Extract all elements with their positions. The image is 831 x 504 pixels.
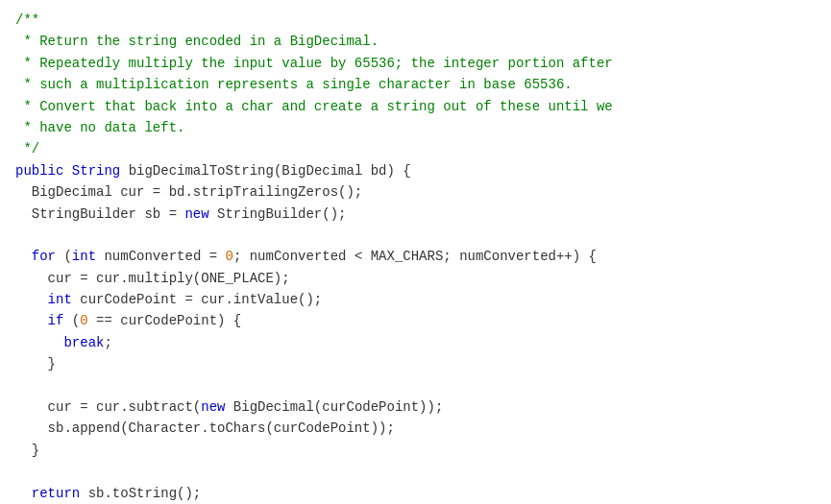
code-line: cur = cur.subtract(new BigDecimal(curCod… [15,396,816,418]
code-line: * have no data left. [15,117,816,138]
code-line: sb.append(Character.toChars(curCodePoint… [15,418,816,439]
code-line: */ [15,138,816,159]
code-line: int curCodePoint = cur.intValue(); [15,289,816,310]
code-line: StringBuilder sb = new StringBuilder(); [15,204,816,225]
code-line: * Return the string encoded in a BigDeci… [15,31,816,52]
code-line: * such a multiplication represents a sin… [15,74,816,95]
code-line: /** [15,10,816,31]
code-line: } [15,353,816,374]
code-line [15,461,816,482]
code-line [15,225,816,246]
code-line: } [15,440,816,461]
code-line: if (0 == curCodePoint) { [15,310,816,331]
code-line [15,375,816,396]
code-line: for (int numConverted = 0; numConverted … [15,246,816,267]
code-container: /** * Return the string encoded in a Big… [0,0,831,504]
code-line: break; [15,332,816,353]
code-line: public String bigDecimalToString(BigDeci… [15,160,816,181]
code-line: return sb.toString(); [15,483,816,504]
code-line: BigDecimal cur = bd.stripTrailingZeros()… [15,181,816,203]
code-line: cur = cur.multiply(ONE_PLACE); [15,268,816,289]
code-line: * Convert that back into a char and crea… [15,96,816,117]
code-line: * Repeatedly multiply the input value by… [15,53,816,74]
